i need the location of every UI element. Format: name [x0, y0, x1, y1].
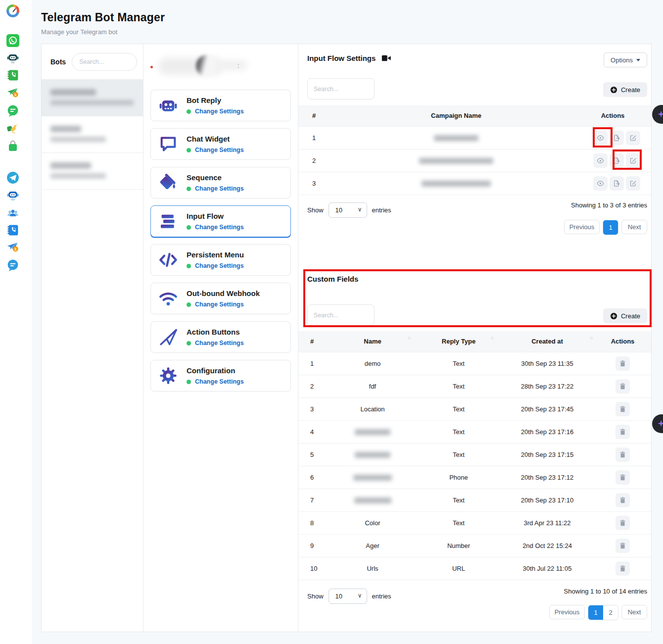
previous-page-button[interactable]: Previous: [564, 220, 600, 234]
column-header-name[interactable]: Name↑↓: [328, 331, 417, 352]
robot-blue-icon[interactable]: [6, 189, 20, 202]
export-button[interactable]: [610, 153, 624, 168]
ai-assistant-button[interactable]: [652, 414, 663, 433]
create-label: Create: [621, 312, 640, 320]
speed-gauge-icon[interactable]: [6, 4, 20, 18]
code-icon: [158, 249, 179, 270]
redacted-bot-name: [50, 162, 91, 169]
options-button[interactable]: Options: [604, 52, 647, 67]
column-header-reply-type[interactable]: Reply Type↑↓: [417, 331, 500, 352]
sort-icon[interactable]: ↑↓: [407, 335, 410, 341]
page-1-button[interactable]: 1: [588, 605, 603, 620]
delete-button[interactable]: [616, 539, 630, 553]
delete-button[interactable]: [616, 379, 630, 394]
change-settings-link[interactable]: Change Settings: [195, 301, 244, 308]
delete-button[interactable]: [616, 493, 630, 507]
previous-page-button[interactable]: Previous: [549, 605, 585, 619]
view-button[interactable]: [593, 153, 608, 168]
column-header-hash[interactable]: #: [298, 105, 338, 126]
settings-card-outbound-webhook[interactable]: Out-bound Webhook Change Settings: [150, 283, 291, 314]
edit-button[interactable]: [626, 131, 640, 145]
phone-contacts-green-icon[interactable]: [6, 68, 20, 82]
settings-card-sequence[interactable]: Sequence Change Settings: [150, 167, 291, 198]
row-number: 9: [298, 534, 328, 557]
table-row: 1: [298, 126, 651, 149]
row-number: 1: [298, 352, 328, 375]
reply-type: Number: [417, 534, 500, 557]
messenger-blue-icon[interactable]: [6, 258, 20, 272]
sort-icon[interactable]: ↑↓: [490, 335, 493, 341]
input-flow-create-button[interactable]: Create: [603, 82, 647, 97]
edit-button[interactable]: [626, 176, 640, 191]
export-button[interactable]: [610, 131, 624, 145]
change-settings-link[interactable]: Change Settings: [195, 378, 244, 385]
page-2-button[interactable]: 2: [603, 605, 618, 620]
table-row: 6 Phone 20th Sep 23 17:12: [298, 466, 651, 489]
next-page-button[interactable]: Next: [621, 220, 647, 234]
premium-plane-blue-icon[interactable]: 1: [6, 240, 20, 254]
bot-list-item[interactable]: [42, 153, 143, 190]
settings-card-persistent-menu[interactable]: Persistent Menu Change Settings: [150, 244, 291, 276]
bot-settings-menu: : Bot Reply Change Settings: [143, 44, 298, 632]
page-1-button[interactable]: 1: [603, 220, 618, 235]
view-button[interactable]: [593, 131, 608, 145]
entries-label: entries: [372, 206, 391, 214]
next-page-button[interactable]: Next: [621, 605, 647, 619]
delete-button[interactable]: [616, 561, 630, 576]
settings-card-bot-reply[interactable]: Bot Reply Change Settings: [150, 90, 291, 121]
bot-list-item[interactable]: [42, 116, 143, 153]
change-settings-link[interactable]: Change Settings: [195, 340, 244, 347]
eye-icon: [597, 134, 604, 142]
created-at: 20th Sep 23 17:12: [500, 466, 594, 489]
settings-card-chat-widget[interactable]: Chat Widget Change Settings: [150, 128, 291, 160]
settings-card-action-buttons[interactable]: Action Buttons Change Settings: [150, 321, 291, 353]
input-flow-search-input[interactable]: [307, 78, 375, 99]
edit-button[interactable]: [626, 153, 640, 168]
phone-contacts-blue-icon[interactable]: [6, 223, 20, 237]
bots-search-input[interactable]: [72, 53, 137, 71]
created-at: 2nd Oct 22 15:24: [500, 534, 594, 557]
settings-card-input-flow[interactable]: Input Flow Change Settings: [150, 205, 291, 237]
shop-bag-icon[interactable]: [6, 139, 20, 153]
view-button[interactable]: [593, 176, 608, 191]
page-size-select[interactable]: 10∨: [329, 202, 367, 218]
messenger-green-icon[interactable]: [6, 104, 20, 118]
settings-card-configuration[interactable]: Configuration Change Settings: [150, 360, 291, 392]
export-button[interactable]: [610, 176, 624, 191]
custom-fields-search-input[interactable]: [307, 304, 375, 326]
whatsapp-icon[interactable]: [6, 34, 20, 48]
telegram-icon[interactable]: [6, 171, 20, 185]
premium-plane-green-icon[interactable]: 1: [6, 86, 20, 99]
bot-list-item[interactable]: [42, 80, 143, 116]
integration-hands-icon[interactable]: [6, 121, 20, 135]
change-settings-link[interactable]: Change Settings: [195, 262, 244, 269]
green-status-dot: [187, 109, 191, 114]
column-header-campaign[interactable]: Campaign Name↑↓: [338, 105, 574, 126]
column-header-hash[interactable]: #: [298, 331, 328, 352]
entries-summary: Showing 1 to 10 of 14 entries: [564, 588, 647, 595]
ai-robot-icon[interactable]: [6, 51, 20, 65]
change-settings-link[interactable]: Change Settings: [195, 224, 244, 231]
page-subtitle: Manage your Telegram bot: [41, 28, 165, 36]
column-header-created-at[interactable]: Created at↑↓: [500, 331, 594, 352]
ai-assistant-button[interactable]: [652, 105, 663, 124]
custom-fields-create-button[interactable]: Create: [603, 308, 647, 323]
page-size-select[interactable]: 10∨: [329, 589, 367, 604]
reply-type: Text: [417, 352, 500, 375]
change-settings-link[interactable]: Change Settings: [195, 108, 244, 115]
change-settings-link[interactable]: Change Settings: [195, 185, 244, 192]
delete-button[interactable]: [616, 356, 630, 371]
delete-button[interactable]: [616, 447, 630, 462]
field-name: Urls: [328, 557, 417, 580]
plus-icon: [610, 86, 617, 94]
delete-button[interactable]: [616, 516, 630, 530]
card-title: Configuration: [187, 366, 244, 375]
change-settings-link[interactable]: Change Settings: [195, 147, 244, 153]
group-blue-icon[interactable]: [6, 206, 20, 220]
created-at: 3rd Apr 23 11:22: [500, 511, 594, 534]
file-export-icon: [613, 157, 620, 164]
delete-button[interactable]: [616, 425, 630, 439]
delete-button[interactable]: [616, 402, 630, 416]
delete-button[interactable]: [616, 470, 630, 485]
sort-icon[interactable]: ↑↓: [589, 335, 592, 341]
